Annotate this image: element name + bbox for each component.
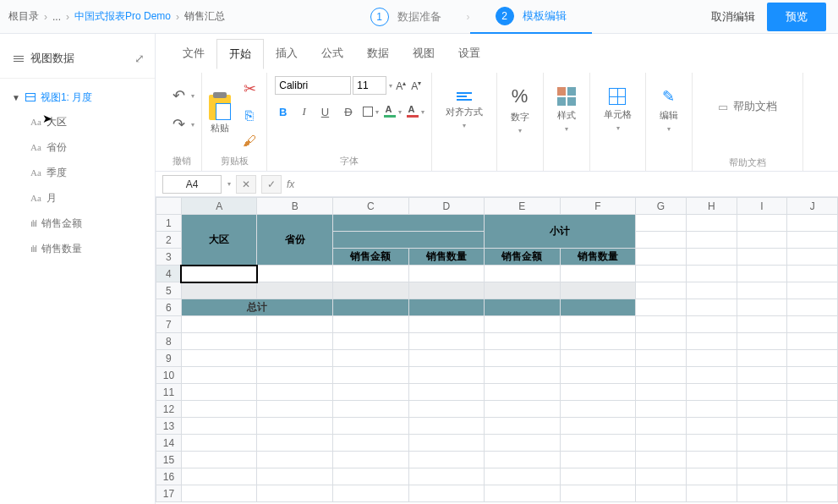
col-header-C[interactable]: C (333, 198, 409, 215)
crumb-page: 销售汇总 (184, 9, 225, 24)
row-header-1[interactable]: 1 (156, 215, 182, 232)
undo-button[interactable]: ↶ (169, 83, 189, 108)
redo-button[interactable]: ↷ (169, 112, 189, 137)
strike-button[interactable]: D (339, 102, 357, 122)
book-icon: ▭ (718, 101, 728, 113)
field-region[interactable]: ➤ Aa大区 (30, 109, 155, 134)
tab-settings[interactable]: 设置 (446, 39, 492, 69)
row-header-10[interactable]: 10 (156, 367, 182, 384)
cell-C3[interactable]: 销售金额 (333, 249, 409, 266)
breadcrumb: 根目录 › ... › 中国式报表Pro Demo › 销售汇总 (0, 9, 225, 24)
col-header-I[interactable]: I (737, 198, 787, 215)
fx-confirm-button[interactable]: ✓ (261, 175, 282, 194)
field-sales-qty[interactable]: ılıl销售数量 (30, 236, 155, 261)
tab-view[interactable]: 视图 (401, 39, 446, 69)
underline-button[interactable]: U (316, 102, 334, 122)
col-header-E[interactable]: E (485, 198, 561, 215)
italic-button[interactable]: I (297, 101, 310, 122)
cell-D3[interactable]: 销售数量 (408, 249, 485, 266)
col-header-H[interactable]: H (686, 198, 737, 215)
cancel-edit-button[interactable]: 取消编辑 (711, 9, 755, 25)
col-header-G[interactable]: G (636, 198, 687, 215)
cell-E3[interactable]: 销售金额 (485, 249, 561, 266)
tab-home[interactable]: 开始 (216, 39, 264, 69)
crumb-ellipsis[interactable]: ... (52, 11, 61, 23)
crumb-project[interactable]: 中国式报表Pro Demo (74, 9, 171, 24)
row-header-16[interactable]: 16 (156, 468, 182, 485)
row-header-2[interactable]: 2 (156, 232, 182, 249)
col-header-D[interactable]: D (408, 198, 485, 215)
paste-button[interactable]: 粘贴 (209, 95, 231, 134)
help-button[interactable]: ▭ 帮助文档 (718, 99, 777, 114)
step-data-prep[interactable]: 1 数据准备 (345, 8, 467, 26)
font-family-select[interactable] (275, 76, 351, 95)
align-icon (457, 90, 472, 102)
sidebar: 视图数据 ⤢ ▼ 视图1: 月度 ➤ Aa大区 Aa省份 Aa季度 Aa月 ıl… (0, 34, 156, 504)
row-header-15[interactable]: 15 (156, 452, 182, 468)
field-quarter[interactable]: Aa季度 (30, 160, 155, 185)
row-header-8[interactable]: 8 (156, 333, 182, 350)
tab-file[interactable]: 文件 (171, 39, 216, 69)
name-box-dropdown[interactable]: ▾ (227, 180, 231, 188)
cell-B1[interactable]: 省份 (257, 215, 333, 266)
cell-A1[interactable]: 大区 (181, 215, 257, 266)
font-size-down-button[interactable]: A▾ (409, 78, 423, 94)
row-header-17[interactable]: 17 (156, 485, 182, 502)
row-header-4[interactable]: 4 (156, 266, 182, 282)
col-header-J[interactable]: J (787, 198, 838, 215)
row-header-6[interactable]: 6 (156, 299, 182, 316)
view-icon (25, 93, 36, 101)
formula-input[interactable] (299, 175, 830, 194)
undo-dropdown[interactable]: ▾ (191, 92, 194, 100)
cell-reference-box[interactable]: A4 (162, 175, 222, 194)
spreadsheet[interactable]: A B C D E F G H I J 1 大区 省份 小计 2 (156, 197, 838, 502)
cells-icon (609, 88, 626, 105)
row-header-5[interactable]: 5 (156, 282, 182, 299)
cell-C2[interactable] (333, 232, 485, 249)
bold-button[interactable]: B (274, 102, 292, 122)
preview-button[interactable]: 预览 (767, 3, 826, 31)
select-all-corner[interactable] (156, 198, 182, 215)
field-province[interactable]: Aa省份 (30, 134, 155, 160)
ribbon-tabs: 文件 开始 插入 公式 数据 视图 设置 (156, 34, 838, 69)
cell-E1[interactable]: 小计 (485, 215, 636, 249)
row-header-3[interactable]: 3 (156, 249, 182, 266)
col-header-B[interactable]: B (257, 198, 333, 215)
cells-button[interactable]: 单元格▾ (597, 83, 638, 137)
number-format-button[interactable]: % 数字▾ (504, 80, 536, 140)
col-header-F[interactable]: F (560, 198, 636, 215)
row-header-12[interactable]: 12 (156, 401, 182, 418)
font-size-select[interactable] (353, 76, 386, 95)
row-header-14[interactable]: 14 (156, 435, 182, 452)
styles-button[interactable]: 样式▾ (550, 82, 583, 138)
copy-button[interactable]: ⎘ (239, 105, 260, 127)
alignment-button[interactable]: 对齐方式▾ (439, 85, 490, 134)
fx-cancel-button[interactable]: ✕ (236, 175, 256, 194)
crumb-root[interactable]: 根目录 (8, 9, 39, 24)
cell-F3[interactable]: 销售数量 (560, 249, 636, 266)
redo-dropdown[interactable]: ▾ (191, 121, 194, 129)
row-header-9[interactable]: 9 (156, 350, 182, 367)
font-color-button[interactable] (407, 106, 419, 118)
cell-A4-selected[interactable] (181, 266, 257, 282)
cut-button[interactable]: ✂ (239, 76, 260, 101)
row-header-13[interactable]: 13 (156, 418, 182, 435)
border-button[interactable] (363, 107, 373, 117)
font-size-up-button[interactable]: A▴ (394, 78, 408, 94)
col-header-A[interactable]: A (181, 198, 257, 215)
tab-data[interactable]: 数据 (355, 39, 401, 69)
row-header-7[interactable]: 7 (156, 316, 182, 333)
fill-color-button[interactable] (384, 106, 396, 118)
cell-A6[interactable]: 总计 (181, 299, 332, 316)
tab-insert[interactable]: 插入 (264, 39, 309, 69)
expand-icon[interactable]: ⤢ (134, 52, 145, 65)
cell-C1[interactable] (333, 215, 485, 232)
field-month[interactable]: Aa月 (30, 185, 155, 211)
tab-formula[interactable]: 公式 (309, 39, 355, 69)
field-sales-amount[interactable]: ılıl销售金额 (30, 211, 155, 236)
row-header-11[interactable]: 11 (156, 384, 182, 401)
format-painter-button[interactable]: 🖌 (239, 130, 260, 152)
tree-view-1[interactable]: ▼ 视图1: 月度 (12, 85, 155, 109)
edit-button[interactable]: ✎ 编辑▾ (653, 82, 685, 138)
step-template-edit[interactable]: 2 模板编辑 (470, 0, 592, 34)
